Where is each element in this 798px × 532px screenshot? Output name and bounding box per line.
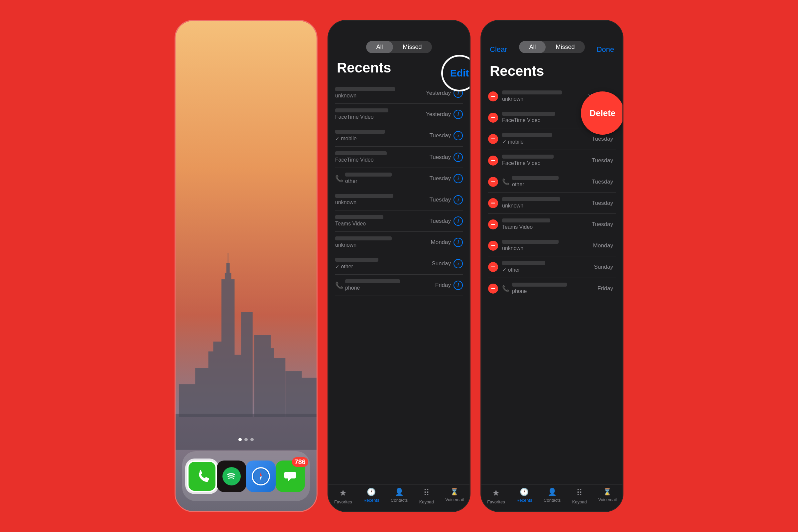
svg-rect-3 <box>228 253 228 266</box>
iphone-home-screen: 786 <box>174 20 318 512</box>
edit-item-9[interactable]: − ✓ other Sunday <box>488 256 616 278</box>
edit-name-blur-8 <box>502 240 558 244</box>
edit-name-blur-9 <box>502 261 545 265</box>
minus-btn-4[interactable]: − <box>488 156 498 166</box>
edit-voicemail-icon: ⌛ <box>603 488 611 496</box>
page-dot-2 <box>244 438 248 441</box>
info-btn-5[interactable]: i <box>454 174 463 183</box>
edit-tab-missed[interactable]: Missed <box>546 41 585 53</box>
edit-nav-contacts[interactable]: 👤 Contacts <box>544 488 560 505</box>
call-type-9: ✓ other <box>335 263 432 270</box>
phone-app-icon[interactable] <box>187 460 217 492</box>
call-name-blur-7 <box>335 215 383 219</box>
info-btn-4[interactable]: i <box>454 153 463 162</box>
call-name-blur-9 <box>335 258 378 262</box>
recent-item-3[interactable]: ✓ mobile Tuesday i <box>335 125 463 147</box>
nav-recents[interactable]: 🕐 Recents <box>363 488 379 505</box>
call-type-10: phone <box>345 285 435 291</box>
edit-nav-recents[interactable]: 🕐 Recents <box>516 488 532 505</box>
call-time-9: Sunday <box>432 260 451 267</box>
bottom-nav-recents: ★ Favorites 🕐 Recents 👤 Contacts ⠿ Keypa… <box>328 484 470 511</box>
recent-item-6[interactable]: unknown Tuesday i <box>335 189 463 210</box>
info-btn-7[interactable]: i <box>454 216 463 226</box>
edit-call-info-2: FaceTime Video <box>502 112 588 124</box>
recent-item-2[interactable]: FaceTime Video Yesterday i <box>335 104 463 125</box>
minus-btn-3[interactable]: − <box>488 134 498 144</box>
edit-tab-all[interactable]: All <box>519 41 546 53</box>
minus-btn-10[interactable]: − <box>488 284 498 293</box>
edit-call-time-8: Monday <box>593 242 613 249</box>
recents-tabs: All Missed <box>337 41 461 53</box>
call-type-4: FaceTime Video <box>335 157 429 163</box>
call-time-2: Yesterday <box>426 111 451 118</box>
minus-btn-8[interactable]: − <box>488 241 498 251</box>
minus-btn-9[interactable]: − <box>488 262 498 272</box>
info-btn-3[interactable]: i <box>454 131 463 140</box>
recent-item-9[interactable]: ✓ other Sunday i <box>335 253 463 274</box>
phone-icon-edit-10: 📞 <box>502 285 510 292</box>
edit-item-7[interactable]: − Teams Video Tuesday <box>488 214 616 235</box>
iphone-edit-screen: Clear All Missed Done Recents Delete <box>480 20 624 512</box>
svg-rect-14 <box>264 348 274 417</box>
nav-keypad[interactable]: ⠿ Keypad <box>419 488 434 505</box>
info-btn-9[interactable]: i <box>454 259 463 268</box>
edit-nav-favorites[interactable]: ★ Favorites <box>487 488 505 505</box>
minus-btn-6[interactable]: − <box>488 198 498 208</box>
call-info-3: ✓ mobile <box>335 130 429 141</box>
safari-app-icon[interactable] <box>246 460 275 492</box>
info-btn-10[interactable]: i <box>454 281 463 290</box>
delete-label: Delete <box>590 108 615 118</box>
edit-name-blur-7 <box>502 218 550 223</box>
recent-item-10[interactable]: 📞 phone Friday i <box>335 274 463 296</box>
tab-missed[interactable]: Missed <box>393 41 432 53</box>
svg-rect-10 <box>179 384 197 417</box>
home-background: 786 <box>175 21 317 511</box>
svg-rect-0 <box>222 279 234 417</box>
messages-app-icon[interactable]: 786 <box>276 460 305 492</box>
minus-btn-7[interactable]: − <box>488 220 498 229</box>
edit-call-type-8: unknown <box>502 245 593 251</box>
recent-item-1[interactable]: unknown Yesterday i <box>335 82 463 104</box>
recent-item-5[interactable]: 📞 other Tuesday i <box>335 168 463 189</box>
call-type-1: unknown <box>335 93 426 99</box>
edit-voicemail-label: Voicemail <box>598 497 617 502</box>
call-type-2: FaceTime Video <box>335 114 426 120</box>
edit-nav-voicemail[interactable]: ⌛ Voicemail <box>598 488 617 505</box>
edit-item-6[interactable]: − unknown Tuesday <box>488 192 616 214</box>
nav-favorites[interactable]: ★ Favorites <box>334 488 352 505</box>
edit-item-4[interactable]: − FaceTime Video Tuesday <box>488 150 616 171</box>
call-name-blur-5 <box>345 173 392 176</box>
recent-item-8[interactable]: unknown Monday i <box>335 232 463 253</box>
done-button[interactable]: Done <box>596 45 614 54</box>
call-time-3: Tuesday <box>429 132 451 139</box>
call-type-3: ✓ mobile <box>335 135 429 141</box>
call-info-2: FaceTime Video <box>335 108 426 120</box>
tab-all[interactable]: All <box>366 41 393 53</box>
info-btn-6[interactable]: i <box>454 195 463 205</box>
edit-call-time-9: Sunday <box>594 264 613 270</box>
edit-item-8[interactable]: − unknown Monday <box>488 235 616 256</box>
call-name-blur-8 <box>335 236 392 241</box>
delete-circle[interactable]: Delete <box>581 92 624 135</box>
call-name-blur-10 <box>345 279 400 283</box>
recent-item-4[interactable]: FaceTime Video Tuesday i <box>335 147 463 168</box>
edit-call-time-5: Tuesday <box>591 178 613 185</box>
call-info-5: other <box>345 173 429 184</box>
edit-item-5[interactable]: − 📞 other Tuesday <box>488 171 616 192</box>
call-type-7: Teams Video <box>335 221 429 227</box>
clear-button[interactable]: Clear <box>490 45 507 54</box>
edit-contacts-label: Contacts <box>544 498 560 503</box>
edit-item-10[interactable]: − 📞 phone Friday <box>488 278 616 299</box>
minus-btn-2[interactable]: − <box>488 113 498 123</box>
minus-btn-5[interactable]: − <box>488 177 498 187</box>
bottom-nav-edit: ★ Favorites 🕐 Recents 👤 Contacts ⠿ Keypa… <box>481 484 623 511</box>
recent-item-7[interactable]: Teams Video Tuesday i <box>335 210 463 232</box>
call-info-9: ✓ other <box>335 258 432 270</box>
nav-contacts[interactable]: 👤 Contacts <box>391 488 407 505</box>
minus-btn-1[interactable]: − <box>488 92 498 101</box>
info-btn-2[interactable]: i <box>454 110 463 119</box>
info-btn-8[interactable]: i <box>454 238 463 247</box>
nav-voicemail[interactable]: ⌛ Voicemail <box>445 488 464 505</box>
spotify-app-icon[interactable] <box>217 460 246 492</box>
edit-nav-keypad[interactable]: ⠿ Keypad <box>572 488 587 505</box>
